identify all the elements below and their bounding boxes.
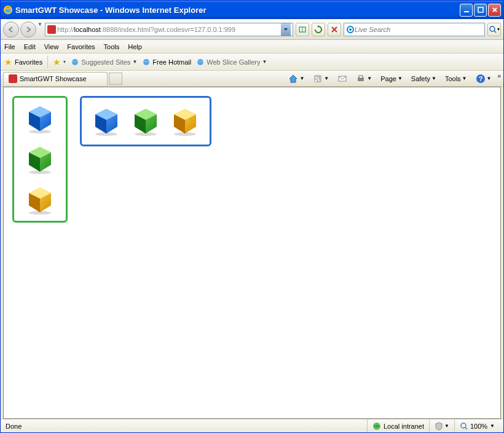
security-zone[interactable]: Local intranet [367, 419, 429, 432]
svg-point-19 [29, 211, 51, 215]
menu-edit[interactable]: Edit [24, 43, 36, 50]
tab-smartgwt-showcase[interactable]: SmartGWT Showcase [3, 72, 108, 85]
bookmark-bar: ★ Favorites ★ ▾ Suggested Sites ▼ Free H… [1, 54, 503, 71]
svg-point-7 [72, 59, 78, 65]
refresh-button[interactable] [312, 23, 325, 36]
print-button[interactable]: ▼ [353, 73, 374, 85]
svg-point-0 [4, 6, 12, 14]
vertical-layout-panel [12, 96, 68, 223]
cube-green [25, 145, 55, 174]
svg-rect-2 [478, 7, 483, 12]
svg-point-17 [29, 130, 51, 133]
maximize-button[interactable] [474, 4, 487, 17]
ie-icon [3, 5, 13, 15]
svg-point-21 [135, 132, 157, 136]
svg-point-5 [349, 28, 352, 31]
url-prefix: http:// [57, 26, 74, 33]
svg-point-8 [143, 59, 149, 65]
menu-bar: File Edit View Favorites Tools Help [1, 40, 503, 54]
bing-icon [346, 25, 355, 34]
ie-page-icon [196, 58, 205, 66]
overflow-chevron[interactable]: » [497, 73, 501, 79]
cube-blue [25, 104, 55, 133]
stop-button[interactable] [328, 23, 341, 36]
new-tab-button[interactable] [109, 73, 122, 85]
address-bar[interactable]: http://localhost:8888/index.html?gwt.cod… [45, 23, 293, 36]
minimize-button[interactable] [460, 4, 473, 17]
bookmark-free-hotmail[interactable]: Free Hotmail [142, 58, 191, 66]
star-add-icon: ★ [53, 57, 61, 67]
ie-page-icon [71, 58, 79, 66]
intranet-icon [372, 422, 381, 431]
menu-file[interactable]: File [4, 43, 15, 50]
help-button[interactable]: ?▼ [473, 73, 494, 85]
search-button[interactable]: ▾ [487, 23, 501, 36]
add-favorites-button[interactable]: ★ ▾ [53, 57, 66, 67]
nav-history-dropdown[interactable]: ▼ [37, 22, 42, 38]
cube-yellow [25, 185, 55, 215]
status-text: Done [4, 423, 313, 430]
svg-text:?: ? [478, 75, 482, 82]
titlebar: SmartGWT Showcase - Windows Internet Exp… [1, 1, 503, 19]
tab-label: SmartGWT Showcase [20, 75, 87, 82]
status-bar: Done Local intranet ▼ 100% ▼ [1, 419, 503, 432]
search-bar[interactable] [344, 23, 485, 36]
svg-point-11 [315, 79, 317, 81]
browser-window: SmartGWT Showcase - Windows Internet Exp… [0, 0, 504, 433]
url-dropdown[interactable] [281, 23, 291, 36]
menu-favorites[interactable]: Favorites [67, 43, 95, 50]
favorites-button[interactable]: ★ Favorites [4, 57, 42, 67]
home-button[interactable]: ▼ [286, 73, 307, 85]
favorites-label: Favorites [15, 58, 42, 66]
star-icon: ★ [4, 57, 12, 67]
back-button[interactable] [3, 22, 19, 38]
search-input[interactable] [355, 26, 482, 33]
zoom-icon [460, 422, 468, 431]
svg-point-6 [490, 26, 495, 31]
bookmark-web-slice-gallery[interactable]: Web Slice Gallery ▼ [196, 58, 267, 66]
nav-bar: ▼ http://localhost:8888/index.html?gwt.c… [1, 19, 503, 40]
zoom-control[interactable]: 100% ▼ [454, 419, 500, 432]
shield-icon [435, 422, 443, 431]
svg-point-22 [174, 132, 196, 136]
svg-rect-1 [464, 11, 469, 12]
horizontal-layout-panel [80, 96, 211, 146]
feeds-button[interactable]: ▼ [310, 73, 331, 85]
site-icon [9, 74, 17, 83]
svg-point-9 [197, 59, 203, 65]
page-menu[interactable]: Page▼ [378, 74, 405, 84]
svg-point-20 [95, 132, 117, 136]
tab-bar: SmartGWT Showcase ▼ ▼ ▼ Page▼ Safety▼ To… [1, 71, 503, 87]
svg-rect-14 [359, 76, 363, 78]
svg-point-18 [29, 170, 51, 174]
menu-tools[interactable]: Tools [104, 43, 120, 50]
cube-green [131, 106, 160, 136]
window-title: SmartGWT Showcase - Windows Internet Exp… [15, 6, 460, 15]
cube-yellow [170, 106, 200, 136]
menu-view[interactable]: View [44, 43, 59, 50]
svg-point-24 [461, 423, 466, 428]
url-host: localhost [74, 26, 100, 33]
site-icon [47, 25, 56, 34]
cube-blue [92, 106, 121, 136]
url-suffix: :8888/index.html?gwt.codesvr=127.0.0.1:9… [101, 26, 235, 33]
close-button[interactable] [488, 4, 501, 17]
bookmark-suggested-sites[interactable]: Suggested Sites ▼ [71, 58, 137, 66]
safety-menu[interactable]: Safety▼ [409, 74, 439, 84]
content-area [3, 87, 501, 419]
tools-menu[interactable]: Tools▼ [443, 74, 470, 84]
forward-button[interactable] [20, 22, 36, 38]
compat-view-button[interactable] [296, 23, 309, 36]
protected-mode[interactable]: ▼ [429, 419, 454, 432]
divider [47, 56, 48, 68]
read-mail-button[interactable] [335, 73, 350, 84]
ie-page-icon [142, 58, 151, 66]
menu-help[interactable]: Help [128, 43, 142, 50]
